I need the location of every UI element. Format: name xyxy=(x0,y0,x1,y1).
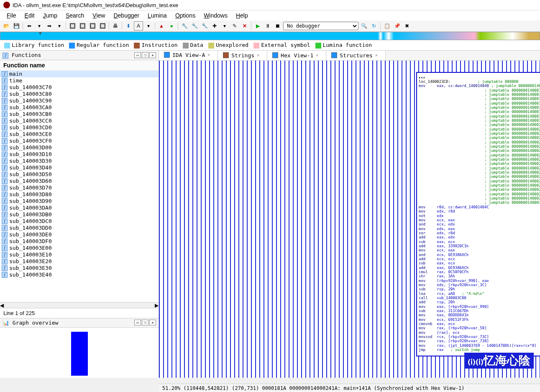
function-row[interactable]: fsub_140003C90 xyxy=(0,97,159,104)
debugger-select[interactable]: No debugger xyxy=(283,22,358,30)
tab-icon xyxy=(223,52,229,58)
tab-hex-view-1[interactable]: Hex View-1✕ xyxy=(267,51,326,60)
gov-minimize-icon[interactable]: ▭ xyxy=(134,320,141,325)
function-row[interactable]: fsub_140003D70 xyxy=(0,184,159,191)
panel-minimize-icon[interactable]: ▭ xyxy=(134,52,141,58)
tab-ida-view-a[interactable]: IDA View-A✕ xyxy=(159,51,218,60)
tab-structures[interactable]: Structures✕ xyxy=(326,51,385,60)
tab-close-icon[interactable]: ✕ xyxy=(375,53,380,58)
function-row[interactable]: fsub_140003E10 xyxy=(0,251,159,258)
function-row[interactable]: fsub_140003CB0 xyxy=(0,111,159,118)
function-row[interactable]: fsub_140003D80 xyxy=(0,191,159,198)
function-row[interactable]: fsub_140003E00 xyxy=(0,245,159,251)
pause-button[interactable]: ⏸ xyxy=(263,21,272,31)
function-row[interactable]: fsub_140003D00 xyxy=(0,144,159,151)
graph-overview-title: Graph overview xyxy=(13,320,59,326)
function-row[interactable]: fsub_140003D10 xyxy=(0,151,159,158)
function-row[interactable]: fsub_140003CF0 xyxy=(0,138,159,144)
seg4-button[interactable]: 🔲 xyxy=(98,21,107,31)
graph-overview-canvas[interactable] xyxy=(0,328,159,378)
a-button[interactable]: A xyxy=(134,21,143,31)
menu-edit[interactable]: Edit xyxy=(21,11,38,20)
function-row[interactable]: fsub_140003D90 xyxy=(0,198,159,205)
tb-x6[interactable]: ✎ xyxy=(230,21,239,31)
function-row[interactable]: fsub_140003DB0 xyxy=(0,211,159,218)
functions-panel-header: f Functions ▭ ❐ ✕ xyxy=(0,51,159,60)
menu-options[interactable]: Options xyxy=(172,11,199,20)
function-row[interactable]: fsub_140003E20 xyxy=(0,258,159,265)
function-row[interactable]: fsub_140003D60 xyxy=(0,178,159,184)
function-row[interactable]: fsub_140003D40 xyxy=(0,164,159,171)
function-row[interactable]: fsub_140003DF0 xyxy=(0,238,159,245)
menu-file[interactable]: File xyxy=(3,11,20,20)
function-row[interactable]: fsub_140003D30 xyxy=(0,158,159,164)
function-row[interactable]: fmain xyxy=(0,71,159,77)
tab-close-icon[interactable]: ✕ xyxy=(207,52,212,57)
seg2-button[interactable]: 🔲 xyxy=(78,21,87,31)
menu-view[interactable]: View xyxy=(89,11,108,20)
functions-column-header[interactable]: Function name xyxy=(0,60,159,71)
function-name: sub_140003D80 xyxy=(9,191,52,197)
graph-node[interactable]: ▸▸▸ loc_1400023CD: ; jumptable 000000 mo… xyxy=(416,72,540,356)
forward-button[interactable]: ➡ xyxy=(45,21,54,31)
tb-x2[interactable]: 🔧 xyxy=(190,21,199,31)
menu-search[interactable]: Search xyxy=(62,11,87,20)
tb-x5[interactable]: ▾ xyxy=(220,21,229,31)
stop-button[interactable]: ⏹ xyxy=(273,21,282,31)
fwd-drop-icon[interactable]: ▾ xyxy=(55,21,64,31)
down-button[interactable]: ⬇ xyxy=(124,21,133,31)
seg-button[interactable]: 🔲 xyxy=(68,21,77,31)
menu-lumina[interactable]: Lumina xyxy=(144,11,170,20)
ida-graph-view[interactable]: ▸▸▸ loc_1400023CD: ; jumptable 000000 mo… xyxy=(159,61,540,378)
tab-close-icon[interactable]: ✕ xyxy=(316,53,321,58)
tb-y1[interactable]: 🔍 xyxy=(359,21,369,31)
menu-windows[interactable]: Windows xyxy=(200,11,231,20)
print-button[interactable]: 🖶 xyxy=(111,21,120,31)
function-row[interactable]: fsub_140003E40 xyxy=(0,272,159,278)
gov-close-icon[interactable]: ✕ xyxy=(149,320,156,325)
go-icon[interactable]: ● xyxy=(167,21,176,31)
save-button[interactable]: 💾 xyxy=(12,21,21,31)
navigation-band[interactable]: ▼ xyxy=(0,32,540,40)
menu-help[interactable]: Help xyxy=(233,11,251,20)
function-row[interactable]: ftime xyxy=(0,77,159,84)
tb-x3[interactable]: 🔧 xyxy=(200,21,209,31)
panel-close-icon[interactable]: ✕ xyxy=(149,52,156,58)
function-row[interactable]: fsub_140003DD0 xyxy=(0,225,159,231)
function-row[interactable]: fsub_140003CE0 xyxy=(0,131,159,138)
function-row[interactable]: fsub_140003CC0 xyxy=(0,118,159,124)
function-row[interactable]: fsub_140003D50 xyxy=(0,171,159,178)
function-row[interactable]: fsub_140003DE0 xyxy=(0,231,159,238)
seg3-button[interactable]: 🔲 xyxy=(88,21,97,31)
run-button[interactable]: ▶ xyxy=(253,21,262,31)
tab-strings[interactable]: Strings✕ xyxy=(218,51,267,60)
menu-debugger[interactable]: Debugger xyxy=(110,11,143,20)
tb-z2[interactable]: 📌 xyxy=(392,21,402,31)
a-drop-icon[interactable]: ▾ xyxy=(144,21,153,31)
tb-x1[interactable]: 🔧 xyxy=(180,21,189,31)
tb-x4[interactable]: ✚ xyxy=(210,21,219,31)
function-row[interactable]: fsub_140003CA0 xyxy=(0,104,159,111)
functions-hscroll[interactable]: ◀▶ xyxy=(0,302,159,308)
gov-restore-icon[interactable]: ❐ xyxy=(142,320,148,325)
menu-jump[interactable]: Jump xyxy=(40,11,61,20)
function-name: sub_140003D30 xyxy=(9,158,52,164)
open-button[interactable]: 📂 xyxy=(2,21,11,31)
tb-z1[interactable]: 📋 xyxy=(382,21,392,31)
functions-list[interactable]: Function name fmainftimefsub_140003C70fs… xyxy=(0,60,159,302)
tb-z3[interactable]: ✖ xyxy=(402,21,412,31)
function-row[interactable]: fsub_140003DC0 xyxy=(0,218,159,225)
tab-close-icon[interactable]: ✕ xyxy=(257,53,262,58)
panel-restore-icon[interactable]: ❐ xyxy=(142,52,148,58)
back-button[interactable]: ⬅ xyxy=(25,21,34,31)
function-row[interactable]: fsub_140003C70 xyxy=(0,84,159,91)
function-row[interactable]: fsub_140003CD0 xyxy=(0,124,159,131)
back-drop-icon[interactable]: ▾ xyxy=(35,21,44,31)
delete-button[interactable]: ✕ xyxy=(240,21,249,31)
function-row[interactable]: fsub_140003DA0 xyxy=(0,205,159,211)
function-row[interactable]: fsub_140003E30 xyxy=(0,265,159,272)
function-row[interactable]: fsub_140003C80 xyxy=(0,91,159,97)
stop-icon[interactable]: ▲ xyxy=(157,21,166,31)
refresh-button[interactable]: ↻ xyxy=(369,21,379,31)
function-icon: f xyxy=(2,185,8,191)
